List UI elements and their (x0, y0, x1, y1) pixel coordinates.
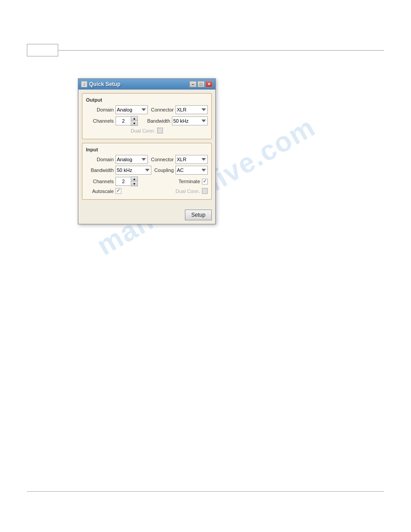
input-domain-select[interactable]: Analog Digital (116, 155, 148, 164)
input-section-label: Input (86, 147, 208, 152)
page-footer-line (27, 491, 384, 492)
input-connector-select[interactable]: XLR BNC (176, 155, 208, 164)
output-domain-label: Domain (86, 107, 114, 112)
input-terminate-checkbox[interactable] (202, 179, 208, 184)
output-connector-group: Connector XLR BNC (151, 105, 208, 114)
dialog-body: Output Domain Analog Digital Connector X… (78, 90, 215, 207)
page-header-line (58, 50, 384, 51)
output-domain-group: Domain Analog Digital (86, 105, 148, 114)
input-coupling-group: Coupling AC DC (151, 166, 208, 175)
output-channels-down[interactable]: ▼ (131, 121, 137, 125)
input-autoscale-checkbox[interactable] (116, 188, 121, 194)
output-row-channels-bandwidth: Channels 2 ▲ ▼ Bandwidth 50 kHz 100 kHz (86, 116, 208, 126)
input-row-domain-connector: Domain Analog Digital Connector XLR BNC (86, 155, 208, 164)
output-bandwidth-group: Bandwidth 50 kHz 100 kHz (147, 116, 208, 125)
quick-setup-dialog: J Quick Setup – □ ✕ Output Domain Analog… (78, 78, 216, 224)
app-icon: J (81, 81, 87, 87)
output-row-domain-connector: Domain Analog Digital Connector XLR BNC (86, 105, 208, 114)
input-channels-up[interactable]: ▲ (131, 177, 137, 181)
input-domain-label: Domain (86, 157, 114, 162)
output-bandwidth-label: Bandwidth (147, 118, 170, 124)
dialog-footer: Setup (78, 207, 215, 224)
input-channels-input[interactable]: 2 (116, 177, 131, 186)
input-connector-label: Connector (151, 157, 174, 162)
input-row-channels-terminate: Channels 2 ▲ ▼ Terminate (86, 176, 208, 186)
input-coupling-label: Coupling (151, 167, 174, 173)
output-domain-select[interactable]: Analog Digital (116, 105, 148, 114)
input-channels-group: Channels 2 ▲ ▼ (86, 176, 138, 186)
minimize-button[interactable]: – (189, 81, 197, 87)
input-domain-group: Domain Analog Digital (86, 155, 148, 164)
output-dual-conn-checkbox (157, 128, 163, 133)
input-bandwidth-label: Bandwidth (86, 167, 114, 173)
input-dual-conn-group: Dual Conn. (176, 188, 208, 194)
input-dual-conn-checkbox (202, 188, 208, 194)
output-dual-conn-label: Dual Conn. (131, 128, 155, 133)
maximize-button[interactable]: □ (197, 81, 205, 87)
input-channels-label: Channels (86, 179, 114, 184)
output-section: Output Domain Analog Digital Connector X… (82, 93, 212, 139)
output-section-label: Output (86, 97, 208, 103)
title-bar-left: J Quick Setup (81, 81, 120, 87)
input-bandwidth-select[interactable]: 50 kHz 100 kHz (116, 166, 151, 175)
input-row-bandwidth-coupling: Bandwidth 50 kHz 100 kHz Coupling AC DC (86, 166, 208, 175)
input-autoscale-group: Autoscale (86, 188, 121, 194)
output-channels-input[interactable]: 2 (116, 116, 131, 125)
input-autoscale-label: Autoscale (86, 189, 114, 194)
output-dual-conn-row: Dual Conn. (86, 128, 208, 133)
output-channels-spinner: 2 ▲ ▼ (116, 116, 138, 126)
input-channels-spinner: 2 ▲ ▼ (116, 176, 138, 186)
page-header-box (27, 44, 58, 56)
setup-button[interactable]: Setup (185, 210, 212, 220)
dialog-title: Quick Setup (89, 81, 120, 87)
input-terminate-label: Terminate (178, 179, 200, 184)
title-bar-buttons: – □ ✕ (189, 81, 213, 87)
input-connector-group: Connector XLR BNC (151, 155, 208, 164)
output-channels-group: Channels 2 ▲ ▼ (86, 116, 138, 126)
input-channels-down[interactable]: ▼ (131, 181, 137, 186)
output-channels-up[interactable]: ▲ (131, 116, 137, 121)
input-bandwidth-group: Bandwidth 50 kHz 100 kHz (86, 166, 151, 175)
page-header (27, 44, 384, 56)
output-bandwidth-select[interactable]: 50 kHz 100 kHz (172, 116, 208, 125)
close-button[interactable]: ✕ (206, 81, 213, 87)
input-dual-conn-label: Dual Conn. (176, 189, 200, 194)
input-row-autoscale-dualconn: Autoscale Dual Conn. (86, 188, 208, 194)
input-section: Input Domain Analog Digital Connector XL… (82, 143, 212, 200)
output-channels-label: Channels (86, 118, 114, 124)
output-connector-select[interactable]: XLR BNC (176, 105, 208, 114)
output-connector-label: Connector (151, 107, 174, 112)
input-channels-spinner-btns: ▲ ▼ (131, 176, 138, 186)
title-bar: J Quick Setup – □ ✕ (78, 79, 215, 90)
input-coupling-select[interactable]: AC DC (176, 166, 208, 175)
input-terminate-group: Terminate (178, 179, 208, 184)
output-channels-spinner-btns: ▲ ▼ (131, 116, 138, 126)
